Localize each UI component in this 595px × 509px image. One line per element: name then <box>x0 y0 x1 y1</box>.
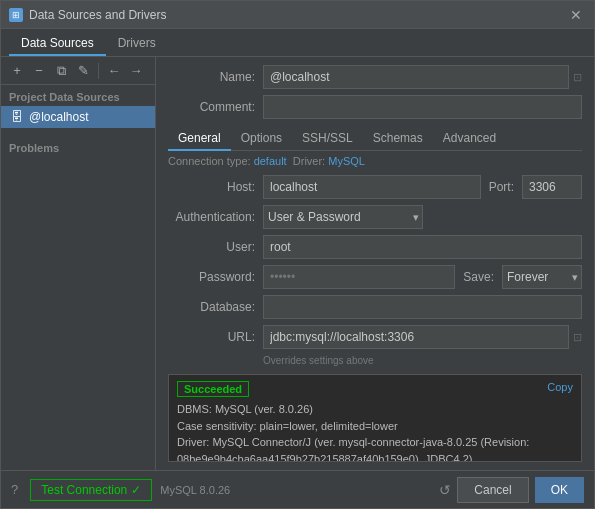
overrides-text: Overrides settings above <box>263 355 582 366</box>
port-label: Port: <box>489 180 514 194</box>
auth-select[interactable]: User & Password No auth pgpass <box>263 205 423 229</box>
user-input[interactable] <box>263 235 582 259</box>
forward-button[interactable]: → <box>126 61 146 81</box>
host-row: Host: Port: <box>168 175 582 199</box>
tab-general[interactable]: General <box>168 127 231 151</box>
result-line-3: 08be9e9b4cba6aa415f9b27b215887af40b159e0… <box>177 451 573 463</box>
help-button[interactable]: ? <box>11 482 18 497</box>
cancel-button[interactable]: Cancel <box>457 477 528 503</box>
save-select-wrapper: Forever Until restart Never <box>502 265 582 289</box>
reset-button[interactable]: ↺ <box>439 482 451 498</box>
dialog-icon: ⊞ <box>9 8 23 22</box>
conn-type-row: Connection type: default Driver: MySQL <box>168 155 582 167</box>
url-input-group: ⊡ <box>263 325 582 349</box>
test-connection-button[interactable]: Test Connection ✓ <box>30 479 152 501</box>
tab-advanced[interactable]: Advanced <box>433 127 506 151</box>
sidebar-item-localhost[interactable]: 🗄 @localhost <box>1 106 155 128</box>
right-panel: Name: ⊡ Comment: General Options SSH/SSL… <box>156 57 594 470</box>
title-bar: ⊞ Data Sources and Drivers ✕ <box>1 1 594 29</box>
back-button[interactable]: ← <box>104 61 124 81</box>
tab-options[interactable]: Options <box>231 127 292 151</box>
sidebar-toolbar: + − ⧉ ✎ ← → <box>1 57 155 85</box>
url-input[interactable] <box>263 325 569 349</box>
result-line-2: Driver: MySQL Connector/J (ver. mysql-co… <box>177 434 573 451</box>
project-data-sources-label: Project Data Sources <box>1 85 155 106</box>
url-label: URL: <box>168 330 263 344</box>
db-icon: 🗄 <box>11 110 23 124</box>
result-box: Succeeded Copy DBMS: MySQL (ver. 8.0.26)… <box>168 374 582 462</box>
result-text: DBMS: MySQL (ver. 8.0.26) Case sensitivi… <box>177 401 573 462</box>
toolbar-separator <box>98 63 99 79</box>
tab-drivers[interactable]: Drivers <box>106 32 168 56</box>
title-bar-left: ⊞ Data Sources and Drivers <box>9 8 166 22</box>
password-row: Password: Save: Forever Until restart Ne… <box>168 265 582 289</box>
host-port-group: Port: <box>263 175 582 199</box>
name-input[interactable] <box>263 65 569 89</box>
sidebar: + − ⧉ ✎ ← → Project Data Sources 🗄 @loca… <box>1 57 156 470</box>
user-label: User: <box>168 240 263 254</box>
name-label: Name: <box>168 70 263 84</box>
bottom-bar: ? Test Connection ✓ MySQL 8.0.26 ↺ Cance… <box>1 470 594 508</box>
add-button[interactable]: + <box>7 61 27 81</box>
check-icon: ✓ <box>131 483 141 497</box>
close-button[interactable]: ✕ <box>566 7 586 23</box>
name-input-wrapper: ⊡ <box>263 65 582 89</box>
succeeded-badge: Succeeded <box>177 381 249 397</box>
database-row: Database: <box>168 295 582 319</box>
conn-type-label: Connection type: <box>168 155 251 167</box>
port-input[interactable] <box>522 175 582 199</box>
database-label: Database: <box>168 300 263 314</box>
host-label: Host: <box>168 180 263 194</box>
auth-label: Authentication: <box>168 210 263 224</box>
result-line-0: DBMS: MySQL (ver. 8.0.26) <box>177 401 573 418</box>
sidebar-item-label: @localhost <box>29 110 89 124</box>
comment-input[interactable] <box>263 95 582 119</box>
password-label: Password: <box>168 270 263 284</box>
user-row: User: <box>168 235 582 259</box>
result-line-1: Case sensitivity: plain=lower, delimited… <box>177 418 573 435</box>
dialog-title: Data Sources and Drivers <box>29 8 166 22</box>
conn-type-value[interactable]: default <box>254 155 287 167</box>
remove-button[interactable]: − <box>29 61 49 81</box>
save-select[interactable]: Forever Until restart Never <box>502 265 582 289</box>
comment-label: Comment: <box>168 100 263 114</box>
sub-tabs: General Options SSH/SSL Schemas Advanced <box>168 127 582 151</box>
host-input[interactable] <box>263 175 481 199</box>
duplicate-button[interactable]: ⧉ <box>51 61 71 81</box>
test-conn-label: Test Connection <box>41 483 127 497</box>
tab-schemas[interactable]: Schemas <box>363 127 433 151</box>
url-expand-icon: ⊡ <box>573 331 582 344</box>
auth-select-wrapper: User & Password No auth pgpass <box>263 205 423 229</box>
copy-button[interactable]: Copy <box>547 381 573 393</box>
password-input[interactable] <box>263 265 455 289</box>
driver-label: Driver: <box>293 155 325 167</box>
tab-data-sources[interactable]: Data Sources <box>9 32 106 56</box>
main-tabs: Data Sources Drivers <box>1 29 594 57</box>
name-expand-icon: ⊡ <box>573 71 582 84</box>
auth-row: Authentication: User & Password No auth … <box>168 205 582 229</box>
bottom-right: ↺ Cancel OK <box>439 477 584 503</box>
bottom-left: ? Test Connection ✓ MySQL 8.0.26 <box>11 479 230 501</box>
url-row: URL: ⊡ <box>168 325 582 349</box>
dialog: ⊞ Data Sources and Drivers ✕ Data Source… <box>0 0 595 509</box>
edit-button[interactable]: ✎ <box>73 61 93 81</box>
password-save-group: Save: Forever Until restart Never <box>263 265 582 289</box>
driver-value[interactable]: MySQL <box>328 155 365 167</box>
problems-label: Problems <box>1 136 155 157</box>
tab-ssh-ssl[interactable]: SSH/SSL <box>292 127 363 151</box>
mysql-version-badge: MySQL 8.0.26 <box>160 484 230 496</box>
save-label: Save: <box>463 270 494 284</box>
comment-row: Comment: <box>168 95 582 119</box>
database-input[interactable] <box>263 295 582 319</box>
name-row: Name: ⊡ <box>168 65 582 89</box>
content: + − ⧉ ✎ ← → Project Data Sources 🗄 @loca… <box>1 57 594 470</box>
ok-button[interactable]: OK <box>535 477 584 503</box>
